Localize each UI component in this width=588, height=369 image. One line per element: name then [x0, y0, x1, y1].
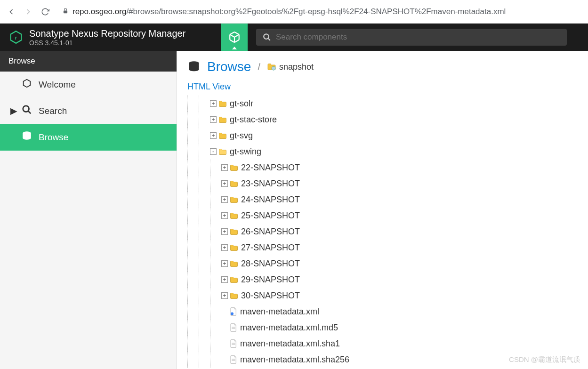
- svg-point-8: [23, 106, 29, 112]
- chevron-right-icon: ▶: [10, 105, 15, 116]
- svg-point-13: [231, 313, 234, 315]
- search-icon: [22, 104, 32, 117]
- nexus-logo-icon: r: [8, 30, 24, 45]
- sidebar-item-search[interactable]: ▶Search: [0, 98, 177, 124]
- tree-toggle[interactable]: +: [221, 292, 228, 299]
- svg-rect-0: [64, 10, 67, 13]
- tree-toggle[interactable]: +: [221, 164, 228, 171]
- header-search[interactable]: [256, 29, 567, 46]
- sidebar-item-label: Browse: [39, 132, 68, 143]
- tree-label: gt-svg: [230, 131, 253, 140]
- repo-folder-icon: [267, 63, 276, 71]
- reload-button[interactable]: [40, 6, 51, 17]
- tree-node[interactable]: -gt-swing: [187, 144, 578, 160]
- tree-label: 30-SNAPSHOT: [241, 291, 300, 300]
- svg-rect-18: [232, 359, 235, 360]
- tree-toggle[interactable]: +: [221, 276, 228, 283]
- breadcrumb: Browse / snapshot: [187, 59, 578, 74]
- tree-label: 24-SNAPSHOT: [241, 195, 300, 204]
- tree-node[interactable]: +28-SNAPSHOT: [187, 256, 578, 272]
- svg-text:r: r: [15, 35, 17, 40]
- tree-label: 28-SNAPSHOT: [241, 259, 300, 268]
- content-area: Browse / snapshot HTML View +gt-solr+gt-…: [177, 51, 588, 369]
- tree-node[interactable]: +26-SNAPSHOT: [187, 224, 578, 240]
- svg-rect-17: [232, 345, 235, 345]
- tree-node[interactable]: +22-SNAPSHOT: [187, 160, 578, 176]
- tree-toggle[interactable]: +: [221, 260, 228, 267]
- tree-node[interactable]: maven-metadata.xml.sha1: [187, 336, 578, 352]
- tree-toggle[interactable]: +: [210, 132, 217, 139]
- search-icon: [263, 33, 271, 41]
- lock-icon: [62, 7, 69, 16]
- tree-label: 29-SNAPSHOT: [241, 275, 300, 284]
- watermark: CSDN @霸道流氓气质: [509, 355, 580, 364]
- svg-marker-7: [24, 80, 31, 88]
- back-button[interactable]: [6, 6, 17, 17]
- tree-label: 23-SNAPSHOT: [241, 179, 300, 188]
- hex-icon: [22, 78, 32, 91]
- sidebar-item-welcome[interactable]: Welcome: [0, 72, 177, 98]
- tree-node[interactable]: +gt-stac-store: [187, 112, 578, 128]
- tree-label: maven-metadata.xml: [240, 307, 319, 316]
- tree-node[interactable]: +23-SNAPSHOT: [187, 176, 578, 192]
- tree-label: gt-swing: [230, 147, 261, 156]
- svg-point-5: [264, 34, 269, 39]
- svg-rect-15: [232, 329, 235, 329]
- svg-line-6: [268, 38, 270, 40]
- tree-toggle[interactable]: +: [221, 196, 228, 203]
- tree-node[interactable]: +25-SNAPSHOT: [187, 208, 578, 224]
- tree-label: 22-SNAPSHOT: [241, 163, 300, 172]
- svg-line-9: [28, 111, 31, 114]
- tree-node[interactable]: maven-metadata.xml.md5: [187, 320, 578, 336]
- breadcrumb-repo[interactable]: snapshot: [267, 62, 314, 72]
- html-view-link[interactable]: HTML View: [187, 82, 231, 92]
- forward-button[interactable]: [23, 6, 34, 17]
- sidebar-header: Browse: [0, 51, 177, 72]
- tree-node[interactable]: +27-SNAPSHOT: [187, 240, 578, 256]
- svg-point-12: [272, 66, 275, 70]
- tree-node[interactable]: +24-SNAPSHOT: [187, 192, 578, 208]
- tree-label: maven-metadata.xml.sha256: [240, 355, 349, 364]
- tree-label: 25-SNAPSHOT: [241, 211, 300, 220]
- tree-label: maven-metadata.xml.md5: [240, 323, 338, 332]
- sidebar-item-label: Welcome: [39, 80, 76, 90]
- svg-rect-14: [232, 327, 235, 328]
- tree-node[interactable]: maven-metadata.xml: [187, 304, 578, 320]
- browse-mode-button[interactable]: [221, 24, 248, 51]
- breadcrumb-separator: /: [258, 62, 260, 72]
- tree-label: maven-metadata.xml.sha1: [240, 339, 340, 348]
- chevron-up-icon: [232, 47, 237, 49]
- app-title: Sonatype Nexus Repository Manager: [29, 28, 185, 39]
- breadcrumb-title[interactable]: Browse: [207, 59, 251, 74]
- tree-toggle[interactable]: +: [221, 244, 228, 251]
- tree-label: gt-stac-store: [230, 115, 277, 124]
- tree-node[interactable]: +29-SNAPSHOT: [187, 272, 578, 288]
- svg-marker-4: [232, 47, 237, 49]
- search-input[interactable]: [276, 32, 560, 42]
- tree-toggle[interactable]: +: [221, 228, 228, 235]
- sidebar: Browse Welcome▶SearchBrowse: [0, 51, 177, 369]
- tree-label: gt-solr: [230, 99, 253, 108]
- sidebar-item-label: Search: [39, 106, 67, 116]
- tree-toggle[interactable]: +: [221, 180, 228, 187]
- tree-toggle[interactable]: -: [210, 148, 217, 155]
- address-bar[interactable]: repo.osgeo.org/#browse/browse:snapshot:o…: [56, 7, 582, 16]
- tree-view: +gt-solr+gt-stac-store+gt-svg-gt-swing+2…: [187, 96, 578, 368]
- cube-icon: [228, 31, 241, 43]
- tree-node[interactable]: +gt-solr: [187, 96, 578, 112]
- app-version: OSS 3.45.1-01: [29, 39, 185, 47]
- db-icon: [22, 131, 32, 144]
- tree-node[interactable]: +30-SNAPSHOT: [187, 288, 578, 304]
- database-icon: [187, 60, 201, 74]
- tree-label: 26-SNAPSHOT: [241, 227, 300, 236]
- sidebar-item-browse[interactable]: Browse: [0, 124, 177, 151]
- tree-node[interactable]: +gt-svg: [187, 128, 578, 144]
- tree-toggle[interactable]: +: [210, 116, 217, 123]
- tree-label: 27-SNAPSHOT: [241, 243, 300, 252]
- svg-rect-16: [232, 343, 235, 344]
- url-text: repo.osgeo.org/#browse/browse:snapshot:o…: [72, 7, 506, 16]
- breadcrumb-repo-label: snapshot: [279, 62, 314, 72]
- app-header: r Sonatype Nexus Repository Manager OSS …: [0, 24, 588, 51]
- tree-toggle[interactable]: +: [210, 100, 217, 107]
- tree-toggle[interactable]: +: [221, 212, 228, 219]
